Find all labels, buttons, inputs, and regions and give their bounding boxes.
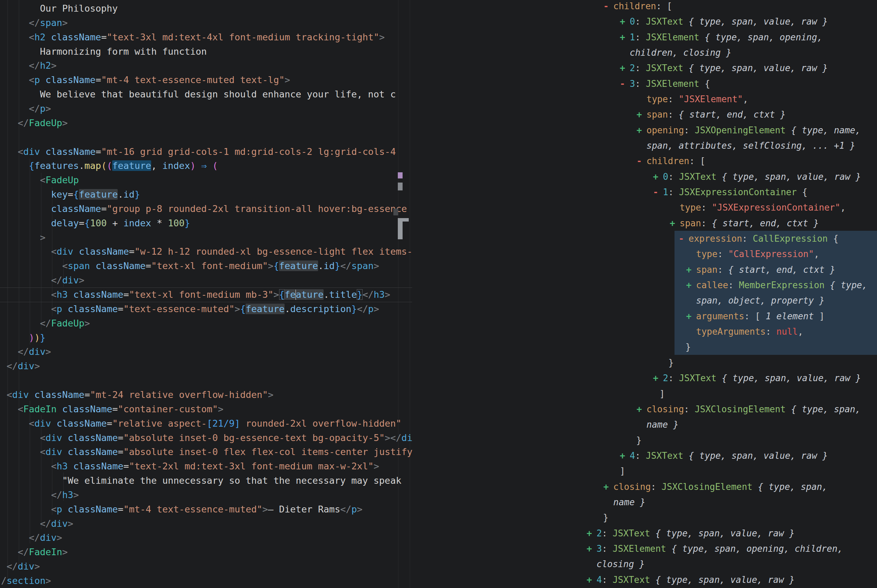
ast-node-label: type: "CallExpression", — [696, 246, 819, 262]
ast-tree-row[interactable]: -children: [ — [0, 153, 877, 169]
ast-token: : — [668, 110, 679, 120]
ast-token: : — [635, 63, 646, 73]
expand-icon[interactable]: + — [686, 262, 692, 278]
ast-tree-row[interactable]: name } — [0, 494, 877, 510]
ast-tree-row[interactable]: +span: { start, end, ctxt } — [0, 215, 877, 231]
expand-icon[interactable]: + — [587, 525, 592, 541]
ast-token: : — [635, 451, 646, 461]
ast-tree-row[interactable]: } — [0, 510, 877, 525]
expand-icon[interactable]: + — [620, 448, 625, 464]
ast-tree-row[interactable]: +closing: JSXClosingElement { type, span… — [0, 401, 877, 417]
collapse-icon[interactable]: - — [679, 231, 684, 246]
ast-token: 3 — [630, 79, 635, 89]
ast-node-label: children, closing } — [630, 45, 731, 60]
expand-icon[interactable]: + — [670, 215, 675, 231]
ast-token: 0 — [663, 172, 668, 182]
collapse-icon[interactable]: - — [637, 153, 642, 169]
ast-node-label: span: { start, end, ctxt } — [646, 106, 786, 122]
ast-tree-row[interactable]: typeArguments: null, — [0, 324, 877, 339]
ast-token: : — [635, 32, 646, 42]
expand-icon[interactable]: + — [620, 14, 625, 29]
ast-token: { type, span, value, raw } — [716, 373, 861, 383]
ast-tree-row[interactable]: -1: JSXExpressionContainer { — [0, 184, 877, 200]
ast-tree-row[interactable]: +4: JSXText { type, span, value, raw } — [0, 448, 877, 464]
expand-icon[interactable]: + — [653, 370, 658, 386]
ast-node-label: } — [685, 339, 691, 355]
collapse-icon[interactable]: - — [653, 184, 658, 200]
ast-token: : — [668, 94, 679, 104]
ast-tree-row[interactable]: ] — [0, 386, 877, 402]
expand-icon[interactable]: + — [637, 122, 642, 138]
ast-tree-row[interactable]: } — [0, 432, 877, 448]
ast-tree-row[interactable]: +0: JSXText { type, span, value, raw } — [0, 14, 877, 29]
ast-token: children — [646, 156, 689, 166]
ast-tree-row[interactable]: +callee: MemberExpression { type, — [0, 277, 877, 293]
ast-token: JSXText — [646, 451, 683, 461]
expand-icon[interactable]: + — [620, 60, 625, 76]
ast-tree-row[interactable]: } — [0, 339, 877, 355]
ast-tree-row[interactable]: +span: { start, end, ctxt } — [0, 262, 877, 278]
ast-token: span, attributes, selfClosing, ... +1 } — [646, 141, 855, 151]
ast-node-label: 2: JSXText { type, span, value, raw } — [663, 370, 861, 386]
ast-token: , — [840, 202, 846, 213]
expand-icon[interactable]: + — [620, 29, 625, 45]
ast-tree-row[interactable]: } — [0, 355, 877, 370]
ast-tree-row[interactable]: +1: JSXElement { type, span, opening, — [0, 29, 877, 45]
ast-tree-row[interactable]: +2: JSXText { type, span, value, raw } — [0, 525, 877, 541]
ast-tree-row[interactable]: -children: [ — [0, 0, 877, 14]
expand-icon[interactable]: + — [686, 308, 692, 324]
ast-token: children — [613, 1, 656, 11]
collapse-icon[interactable]: - — [620, 76, 625, 92]
ast-node-label: 2: JSXText { type, span, value, raw } — [596, 525, 794, 541]
ast-tree-row[interactable]: +4: JSXText { type, span, value, raw } — [0, 572, 877, 588]
ast-token: name } — [646, 420, 679, 430]
ast-tree-row[interactable]: +opening: JSXOpeningElement { type, name… — [0, 122, 877, 138]
ast-tree-row[interactable]: +arguments: [ 1 element ] — [0, 308, 877, 324]
ast-token: { start, end, ctxt } — [679, 110, 786, 120]
ast-tree-row[interactable]: span, object, property } — [0, 292, 877, 308]
ast-token: JSXElement — [646, 32, 700, 42]
ast-tree-row[interactable]: closing } — [0, 556, 877, 572]
expand-icon[interactable]: + — [637, 106, 642, 122]
ast-node-label: 2: JSXText { type, span, value, raw } — [630, 60, 828, 76]
expand-icon[interactable]: + — [686, 277, 692, 293]
ast-tree-row[interactable]: +0: JSXText { type, span, value, raw } — [0, 169, 877, 184]
expand-icon[interactable]: + — [637, 401, 642, 417]
ast-token: type — [646, 94, 668, 104]
ast-node-label: callee: MemberExpression { type, — [696, 277, 867, 293]
expand-icon[interactable]: + — [604, 479, 609, 495]
ast-tree-row[interactable]: type: "CallExpression", — [0, 246, 877, 262]
ast-token: JSXText — [646, 63, 683, 73]
ast-tree-row[interactable]: type: "JSXElement", — [0, 91, 877, 107]
ast-token: : — [728, 280, 739, 290]
ast-token: "JSXElement" — [679, 94, 743, 104]
expand-icon[interactable]: + — [653, 169, 658, 184]
ast-token: ] — [620, 466, 625, 476]
ast-tree-row[interactable]: span, attributes, selfClosing, ... +1 } — [0, 138, 877, 153]
ast-tree-row[interactable]: ] — [0, 463, 877, 479]
ast-tree-row[interactable]: +2: JSXText { type, span, value, raw } — [0, 370, 877, 386]
ast-node-label: span: { start, end, ctxt } — [680, 215, 819, 231]
ast-token: 4 — [630, 451, 635, 461]
ast-tree-row[interactable]: type: "JSXExpressionContainer", — [0, 200, 877, 215]
ast-token: : — [744, 311, 755, 321]
ast-node-label: closing } — [596, 556, 645, 572]
ast-token: typeArguments — [696, 327, 766, 337]
ast-token: "CallExpression" — [728, 249, 814, 259]
ast-tree-row[interactable]: -expression: CallExpression { — [0, 231, 877, 246]
ast-tree-row[interactable]: -3: JSXElement { — [0, 76, 877, 92]
ast-node-label: arguments: [ 1 element ] — [696, 308, 824, 324]
ast-tree-row[interactable]: +span: { start, end, ctxt } — [0, 106, 877, 122]
ast-tree-row[interactable]: children, closing } — [0, 45, 877, 60]
ast-tree-row[interactable]: +2: JSXText { type, span, value, raw } — [0, 60, 877, 76]
ast-token: : — [602, 543, 613, 554]
expand-icon[interactable]: + — [587, 541, 592, 556]
collapse-icon[interactable]: - — [604, 0, 609, 14]
ast-tree-row[interactable]: +closing: JSXClosingElement { type, span… — [0, 479, 877, 495]
ast-tree-row[interactable]: +3: JSXElement { type, span, opening, ch… — [0, 541, 877, 556]
ast-token: } — [685, 342, 691, 352]
ast-token: arguments — [696, 311, 744, 321]
ast-tree-row[interactable]: name } — [0, 417, 877, 432]
expand-icon[interactable]: + — [587, 572, 592, 588]
ast-tree-pane[interactable]: -children: [+0: JSXText { type, span, va… — [0, 0, 877, 588]
